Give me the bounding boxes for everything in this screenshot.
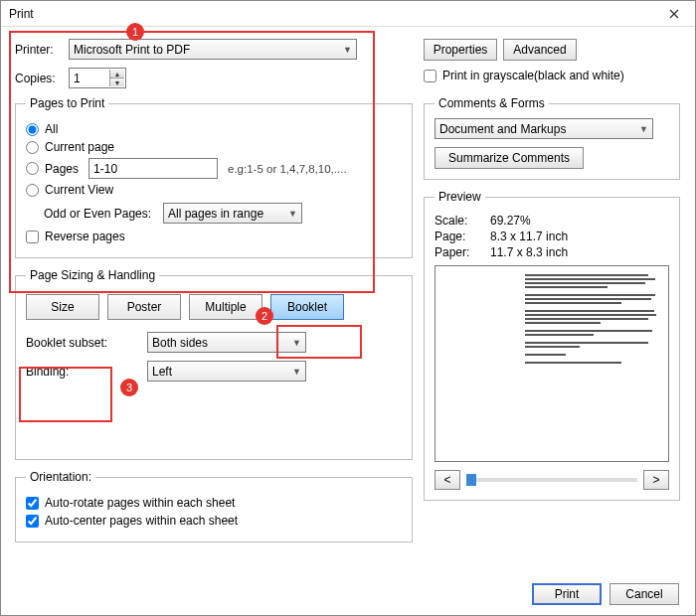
printer-select-value: Microsoft Print to PDF bbox=[74, 43, 190, 57]
pages-to-print-legend: Pages to Print bbox=[26, 96, 108, 110]
chevron-down-icon: ▼ bbox=[292, 338, 301, 348]
printer-label: Printer: bbox=[15, 43, 69, 57]
title-bar: Print bbox=[1, 1, 695, 27]
booklet-subset-select[interactable]: Both sides ▼ bbox=[147, 332, 306, 353]
size-button[interactable]: Size bbox=[26, 294, 99, 320]
chevron-down-icon: ▼ bbox=[343, 45, 352, 55]
radio-all[interactable]: All bbox=[26, 122, 402, 136]
preview-slider[interactable] bbox=[466, 478, 637, 482]
preview-prev-button[interactable]: < bbox=[435, 470, 460, 490]
print-button[interactable]: Print bbox=[532, 583, 602, 605]
preview-group: Preview Scale:69.27% Page:8.3 x 11.7 inc… bbox=[424, 190, 680, 501]
comments-select[interactable]: Document and Markups ▼ bbox=[435, 118, 653, 139]
preview-slider-thumb[interactable] bbox=[466, 474, 476, 486]
multiple-button[interactable]: Multiple bbox=[189, 294, 262, 320]
comments-forms-group: Comments & Forms Document and Markups ▼ … bbox=[424, 96, 680, 180]
page-label: Page: bbox=[435, 230, 490, 243]
summarize-comments-button[interactable]: Summarize Comments bbox=[435, 147, 584, 169]
copies-label: Copies: bbox=[15, 72, 69, 85]
radio-pages[interactable]: Pages bbox=[26, 162, 79, 176]
copies-down[interactable]: ▼ bbox=[109, 78, 124, 86]
binding-select[interactable]: Left ▼ bbox=[147, 361, 306, 382]
pages-range-input[interactable]: 1-10 bbox=[88, 158, 218, 179]
page-value: 8.3 x 11.7 inch bbox=[490, 230, 568, 243]
print-dialog: Print Printer: Microsoft Print to PDF ▼ … bbox=[0, 0, 696, 616]
grayscale-checkbox[interactable]: Print in grayscale(black and white) bbox=[424, 69, 680, 82]
advanced-button[interactable]: Advanced bbox=[503, 39, 577, 61]
orientation-group: Orientation: Auto-rotate pages within ea… bbox=[15, 470, 413, 542]
scale-label: Scale: bbox=[435, 214, 490, 228]
copies-input[interactable]: 1 ▲ ▼ bbox=[69, 68, 126, 88]
odd-even-select[interactable]: All pages in range ▼ bbox=[163, 203, 302, 224]
preview-next-button[interactable]: > bbox=[643, 470, 669, 490]
odd-even-label: Odd or Even Pages: bbox=[44, 207, 163, 221]
paper-value: 11.7 x 8.3 inch bbox=[490, 245, 568, 259]
pages-hint: e.g:1-5 or 1,4,7,8,10,.... bbox=[228, 163, 347, 175]
booklet-button[interactable]: Booklet bbox=[270, 294, 344, 320]
comments-legend: Comments & Forms bbox=[435, 96, 549, 110]
preview-canvas bbox=[435, 265, 669, 462]
chevron-down-icon: ▼ bbox=[288, 209, 297, 219]
preview-legend: Preview bbox=[435, 190, 485, 204]
binding-label: Binding: bbox=[26, 365, 123, 379]
autocenter-checkbox[interactable]: Auto-center pages within each sheet bbox=[26, 514, 402, 528]
radio-current-page[interactable]: Current page bbox=[26, 140, 402, 154]
pages-to-print-group: Pages to Print All Current page Pages 1-… bbox=[15, 96, 413, 258]
poster-button[interactable]: Poster bbox=[107, 294, 181, 320]
properties-button[interactable]: Properties bbox=[424, 39, 497, 61]
orientation-legend: Orientation: bbox=[26, 470, 95, 484]
printer-select[interactable]: Microsoft Print to PDF ▼ bbox=[69, 39, 357, 60]
copies-up[interactable]: ▲ bbox=[109, 70, 124, 78]
window-title: Print bbox=[9, 7, 34, 21]
page-sizing-group: Page Sizing & Handling Size Poster Multi… bbox=[15, 268, 413, 460]
radio-current-view[interactable]: Current View bbox=[26, 183, 402, 197]
chevron-down-icon: ▼ bbox=[292, 367, 301, 377]
paper-label: Paper: bbox=[435, 245, 490, 259]
chevron-down-icon: ▼ bbox=[639, 124, 648, 134]
copies-value: 1 bbox=[74, 72, 81, 85]
scale-value: 69.27% bbox=[490, 214, 531, 228]
page-sizing-legend: Page Sizing & Handling bbox=[26, 268, 159, 282]
close-button[interactable] bbox=[659, 5, 689, 23]
reverse-pages-checkbox[interactable]: Reverse pages bbox=[26, 230, 402, 243]
booklet-subset-label: Booklet subset: bbox=[26, 336, 123, 350]
cancel-button[interactable]: Cancel bbox=[609, 583, 679, 605]
autorotate-checkbox[interactable]: Auto-rotate pages within each sheet bbox=[26, 496, 402, 510]
